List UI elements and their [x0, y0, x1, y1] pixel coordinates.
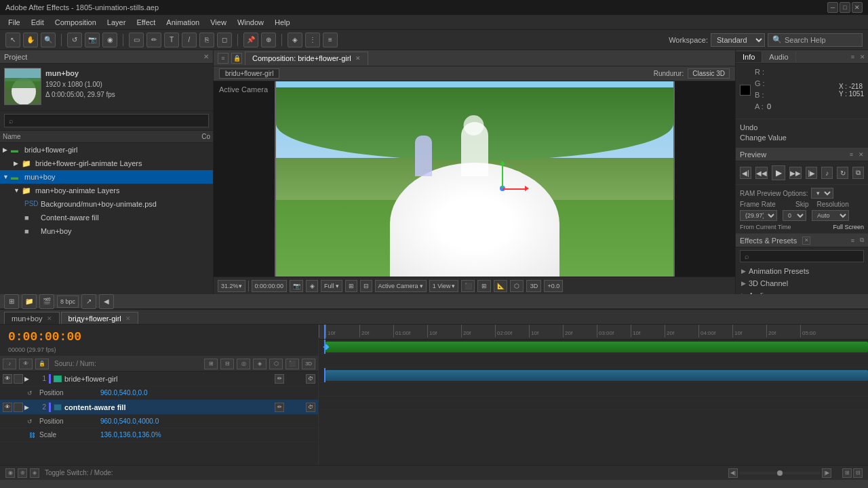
info-panel-menu[interactable]: ≡: [848, 54, 857, 60]
menu-help[interactable]: Help: [269, 17, 296, 28]
layer-audio-1[interactable]: [14, 374, 23, 384]
tool-text[interactable]: T: [164, 33, 179, 47]
tool-brush[interactable]: /: [182, 33, 197, 47]
tab-audio[interactable]: Audio: [762, 52, 795, 62]
layer-time-1[interactable]: ⏱: [306, 374, 315, 384]
flow-btn[interactable]: ↗: [81, 294, 96, 309]
list-item[interactable]: ▶ 📁 bride+flower-girl-animate Layers: [0, 157, 213, 170]
tab-close[interactable]: ✕: [47, 315, 52, 322]
layer-expand-2[interactable]: ▶: [24, 404, 31, 411]
status-btn-snap[interactable]: ⊟: [853, 468, 863, 478]
status-btn-2[interactable]: ⊕: [18, 468, 27, 478]
folder-btn[interactable]: 📁: [22, 294, 37, 309]
effects-close-btn[interactable]: ✕: [802, 237, 810, 245]
camera-dropdown[interactable]: Active Camera ▾: [375, 280, 427, 292]
pb-end[interactable]: |▶: [822, 468, 831, 478]
first-frame-btn[interactable]: ◀|: [740, 167, 751, 179]
menu-animation[interactable]: Animation: [161, 17, 205, 28]
tool-rect[interactable]: ▭: [129, 33, 144, 47]
search-help-box[interactable]: 🔍 Search Help: [768, 33, 863, 47]
close-btn[interactable]: ✕: [852, 2, 863, 13]
tool-eraser[interactable]: ◻: [217, 33, 232, 47]
timeline-tab-mun[interactable]: mun+boy ✕: [4, 312, 60, 324]
effects-expand[interactable]: ⧉: [860, 237, 864, 244]
tl-expand-btn[interactable]: ⊟: [220, 359, 234, 369]
tool-zoom[interactable]: 🔍: [41, 33, 56, 47]
tl-mask-btn[interactable]: ⬛: [285, 359, 299, 369]
bit-depth-btn[interactable]: 8 bpc: [57, 296, 79, 308]
project-close-btn[interactable]: ✕: [203, 53, 209, 60]
minimize-btn[interactable]: ─: [827, 2, 838, 13]
pb-start[interactable]: ◀|: [728, 468, 738, 478]
last-frame-btn[interactable]: |▶: [806, 167, 817, 179]
timeline-layer-2[interactable]: 👁 ▶ 2 content-aware fill ✏ ⏱: [0, 400, 318, 415]
menu-window[interactable]: Window: [232, 17, 269, 28]
tool-pin[interactable]: 📌: [243, 33, 258, 47]
tool-align[interactable]: ⋮: [305, 33, 320, 47]
tool-more[interactable]: ≡: [323, 33, 338, 47]
expand-btn[interactable]: ⧉: [852, 167, 864, 179]
prop-value[interactable]: 960.0,540.0,0.0: [100, 389, 148, 396]
ram-dropdown[interactable]: ▾: [811, 188, 833, 199]
effects-search-input[interactable]: [740, 250, 864, 262]
tl-solo-btn[interactable]: ◎: [237, 359, 250, 369]
grid-btn[interactable]: ⊟: [360, 280, 372, 292]
full-screen-label[interactable]: Full Screen: [833, 224, 864, 230]
quality-dropdown[interactable]: Full ▾: [321, 280, 342, 292]
transparency-btn[interactable]: ⊞: [345, 280, 357, 292]
next-frame-btn[interactable]: ▶▶: [789, 167, 802, 179]
undo-btn[interactable]: Undo: [740, 123, 864, 131]
comp-tab-close[interactable]: ✕: [355, 55, 361, 62]
preview-panel-menu[interactable]: ≡: [850, 151, 853, 158]
effects-panel-menu[interactable]: ≡: [851, 237, 854, 244]
preview-panel-close[interactable]: ✕: [859, 151, 864, 158]
restore-btn[interactable]: □: [840, 2, 850, 13]
play-btn[interactable]: ▶: [772, 165, 786, 180]
menu-layer[interactable]: Layer: [102, 17, 132, 28]
render-btn[interactable]: ◀: [99, 294, 114, 309]
layer-edit-1[interactable]: ✏: [275, 374, 284, 384]
status-btn-3[interactable]: ◈: [30, 468, 39, 478]
tl-lock-btn[interactable]: 🔒: [35, 359, 49, 369]
menu-composition[interactable]: Composition: [50, 17, 102, 28]
menu-edit[interactable]: Edit: [26, 17, 50, 28]
list-item[interactable]: ▶ ▬ bridu+flower-girl: [0, 143, 213, 157]
project-search-input[interactable]: [4, 114, 209, 127]
prev-frame-btn[interactable]: ◀◀: [755, 167, 768, 179]
comp-menu-btn[interactable]: ≡: [218, 53, 229, 64]
change-value-btn[interactable]: Change Value: [740, 134, 864, 142]
masks-btn[interactable]: ⬡: [510, 280, 524, 292]
zoom-btn[interactable]: 31.2% ▾: [218, 280, 245, 292]
layer-audio-2[interactable]: [14, 403, 23, 412]
tool-pen[interactable]: ✏: [146, 33, 161, 47]
layer-visibility-2[interactable]: 👁: [3, 403, 12, 412]
info-panel-close[interactable]: ✕: [857, 54, 868, 60]
comp-main-tab[interactable]: Composition: bride+flower-girl ✕: [245, 52, 368, 65]
timeline-layer-1[interactable]: 👁 ▶ 1 bride+flower-girl ✏ ⏱: [0, 371, 318, 386]
menu-file[interactable]: File: [3, 17, 26, 28]
renderer-dropdown[interactable]: Classic 3D: [688, 68, 730, 79]
tl-more-btn[interactable]: ⊞: [204, 359, 218, 369]
layer-time-2[interactable]: ⏱: [306, 403, 315, 412]
comp-lock-btn[interactable]: 🔒: [231, 53, 242, 64]
skip-dropdown[interactable]: 0: [783, 210, 806, 221]
audio-btn[interactable]: ♪: [821, 167, 833, 179]
comp-viewer-tab[interactable]: bridu+flower-girl: [219, 68, 279, 79]
show-snapshot-btn[interactable]: ◈: [306, 280, 318, 292]
tool-shape[interactable]: ◈: [288, 33, 302, 47]
region-btn[interactable]: ⬛: [461, 280, 475, 292]
snapshot-btn[interactable]: 📷: [290, 280, 303, 292]
tl-video-btn[interactable]: 👁: [19, 359, 33, 369]
tool-orbit[interactable]: ◉: [102, 33, 117, 47]
tl-render-btn[interactable]: ◈: [253, 359, 267, 369]
list-item[interactable]: PSD Background/mun+boy-unimate.psd: [0, 197, 213, 211]
new-comp-btn[interactable]: ⊞: [4, 294, 19, 309]
timeline-tab-bride[interactable]: briду+flower-girl ✕: [61, 312, 138, 324]
list-item[interactable]: ■ Mun+boy: [0, 224, 213, 238]
grid2-btn[interactable]: ⊞: [477, 280, 491, 292]
prop-value[interactable]: 136.0,136.0,136.0%: [100, 431, 161, 439]
layer-edit-2[interactable]: ✏: [275, 403, 284, 412]
tool-rotate[interactable]: ↺: [67, 33, 82, 47]
list-item[interactable]: ▼ ▬ mun+boy: [0, 170, 213, 184]
3d-btn[interactable]: 3D: [526, 280, 541, 292]
